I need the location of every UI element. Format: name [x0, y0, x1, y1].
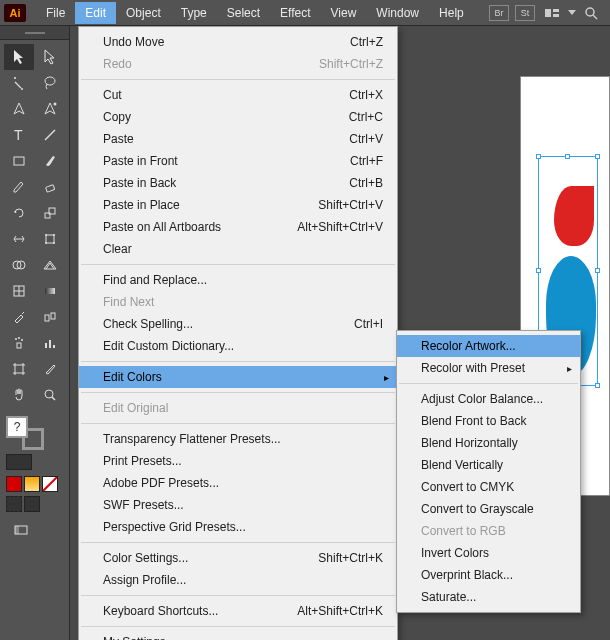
edit-menu-swf-presets[interactable]: SWF Presets... [79, 494, 397, 516]
selection-handle[interactable] [536, 154, 541, 159]
svg-rect-14 [46, 235, 54, 243]
shape-builder-tool[interactable] [4, 252, 34, 278]
menu-item-label: Blend Vertically [421, 458, 503, 472]
paintbrush-tool[interactable] [35, 148, 65, 174]
edit-menu-find-and-replace[interactable]: Find and Replace... [79, 269, 397, 291]
svg-line-9 [45, 130, 55, 140]
gradient-tool[interactable] [35, 278, 65, 304]
eraser-tool[interactable] [35, 174, 65, 200]
edit-menu-keyboard-shortcuts[interactable]: Keyboard Shortcuts...Alt+Shift+Ctrl+K [79, 600, 397, 622]
menubar-item-file[interactable]: File [36, 2, 75, 24]
screen-mode-tool[interactable] [6, 518, 36, 544]
edit-menu-undo-move[interactable]: Undo MoveCtrl+Z [79, 31, 397, 53]
panel-collapse-icon[interactable] [0, 26, 69, 40]
menubar-item-view[interactable]: View [321, 2, 367, 24]
pencil-tool[interactable] [4, 174, 34, 200]
edit-menu-paste[interactable]: PasteCtrl+V [79, 128, 397, 150]
width-tool[interactable] [4, 226, 34, 252]
lasso-tool[interactable] [35, 70, 65, 96]
edit-colors-saturate[interactable]: Saturate... [397, 586, 580, 608]
edit-colors-adjust-color-balance[interactable]: Adjust Color Balance... [397, 388, 580, 410]
symbol-sprayer-tool[interactable] [4, 330, 34, 356]
swatch-none[interactable] [42, 476, 58, 492]
scale-tool[interactable] [35, 200, 65, 226]
column-graph-tool[interactable] [35, 330, 65, 356]
type-tool[interactable]: T [4, 122, 34, 148]
edit-menu-paste-on-all-artboards[interactable]: Paste on All ArtboardsAlt+Shift+Ctrl+V [79, 216, 397, 238]
menu-item-label: Recolor Artwork... [421, 339, 516, 353]
menu-item-label: Edit Colors [103, 370, 162, 384]
swatch-gradient[interactable] [24, 476, 40, 492]
perspective-grid-tool[interactable] [35, 252, 65, 278]
menubar-item-help[interactable]: Help [429, 2, 474, 24]
edit-colors-blend-horizontally[interactable]: Blend Horizontally [397, 432, 580, 454]
selection-handle[interactable] [595, 383, 600, 388]
edit-colors-convert-to-cmyk[interactable]: Convert to CMYK [397, 476, 580, 498]
draw-behind[interactable] [24, 496, 40, 512]
edit-menu-edit-colors[interactable]: Edit Colors▸ [79, 366, 397, 388]
fill-stroke-swap[interactable] [6, 454, 32, 470]
edit-menu-copy[interactable]: CopyCtrl+C [79, 106, 397, 128]
mesh-tool[interactable] [4, 278, 34, 304]
stock-app-icon[interactable]: St [515, 5, 535, 21]
menubar-item-object[interactable]: Object [116, 2, 171, 24]
edit-menu-transparency-flattener-presets[interactable]: Transparency Flattener Presets... [79, 428, 397, 450]
search-icon[interactable] [580, 4, 602, 22]
hand-tool[interactable] [4, 382, 34, 408]
eyedropper-tool[interactable] [4, 304, 34, 330]
menubar-item-edit[interactable]: Edit [75, 2, 116, 24]
direct-selection-tool[interactable] [35, 44, 65, 70]
line-segment-tool[interactable] [35, 122, 65, 148]
menubar-item-effect[interactable]: Effect [270, 2, 320, 24]
fill-stroke-control[interactable]: ? [6, 416, 44, 450]
draw-normal[interactable] [6, 496, 22, 512]
edit-menu-separator [81, 595, 395, 596]
selection-handle[interactable] [565, 154, 570, 159]
edit-menu-paste-in-front[interactable]: Paste in FrontCtrl+F [79, 150, 397, 172]
zoom-tool[interactable] [35, 382, 65, 408]
edit-menu-paste-in-place[interactable]: Paste in PlaceShift+Ctrl+V [79, 194, 397, 216]
edit-colors-convert-to-grayscale[interactable]: Convert to Grayscale [397, 498, 580, 520]
free-transform-tool[interactable] [35, 226, 65, 252]
menubar-item-select[interactable]: Select [217, 2, 270, 24]
edit-menu-edit-custom-dictionary[interactable]: Edit Custom Dictionary... [79, 335, 397, 357]
curvature-tool[interactable] [35, 96, 65, 122]
edit-menu-print-presets[interactable]: Print Presets... [79, 450, 397, 472]
edit-colors-overprint-black[interactable]: Overprint Black... [397, 564, 580, 586]
edit-colors-recolor-artwork[interactable]: Recolor Artwork... [397, 335, 580, 357]
edit-menu-color-settings[interactable]: Color Settings...Shift+Ctrl+K [79, 547, 397, 569]
artboard-tool[interactable] [4, 356, 34, 382]
edit-colors-recolor-with-preset[interactable]: Recolor with Preset▸ [397, 357, 580, 379]
workspace-switcher-icon[interactable] [542, 4, 564, 22]
menu-shortcut: Ctrl+X [349, 88, 383, 102]
edit-menu-check-spelling[interactable]: Check Spelling...Ctrl+I [79, 313, 397, 335]
magic-wand-tool[interactable] [4, 70, 34, 96]
rotate-tool[interactable] [4, 200, 34, 226]
selection-handle[interactable] [595, 154, 600, 159]
pen-tool[interactable] [4, 96, 34, 122]
bridge-app-icon[interactable]: Br [489, 5, 509, 21]
menubar-item-type[interactable]: Type [171, 2, 217, 24]
edit-colors-blend-vertically[interactable]: Blend Vertically [397, 454, 580, 476]
edit-colors-invert-colors[interactable]: Invert Colors [397, 542, 580, 564]
chevron-down-icon[interactable] [568, 10, 576, 16]
svg-rect-0 [545, 9, 551, 17]
edit-menu-paste-in-back[interactable]: Paste in BackCtrl+B [79, 172, 397, 194]
edit-menu-perspective-grid-presets[interactable]: Perspective Grid Presets... [79, 516, 397, 538]
selection-handle[interactable] [595, 268, 600, 273]
edit-menu-assign-profile[interactable]: Assign Profile... [79, 569, 397, 591]
selection-handle[interactable] [536, 268, 541, 273]
edit-menu-cut[interactable]: CutCtrl+X [79, 84, 397, 106]
edit-menu-separator [81, 542, 395, 543]
selection-tool[interactable] [4, 44, 34, 70]
edit-colors-blend-front-to-back[interactable]: Blend Front to Back [397, 410, 580, 432]
edit-menu-my-settings[interactable]: My Settings▸ [79, 631, 397, 640]
edit-menu-adobe-pdf-presets[interactable]: Adobe PDF Presets... [79, 472, 397, 494]
rectangle-tool[interactable] [4, 148, 34, 174]
edit-menu-clear[interactable]: Clear [79, 238, 397, 260]
swatch-color[interactable] [6, 476, 22, 492]
fill-swatch[interactable]: ? [6, 416, 28, 438]
blend-tool[interactable] [35, 304, 65, 330]
menubar-item-window[interactable]: Window [366, 2, 429, 24]
slice-tool[interactable] [35, 356, 65, 382]
